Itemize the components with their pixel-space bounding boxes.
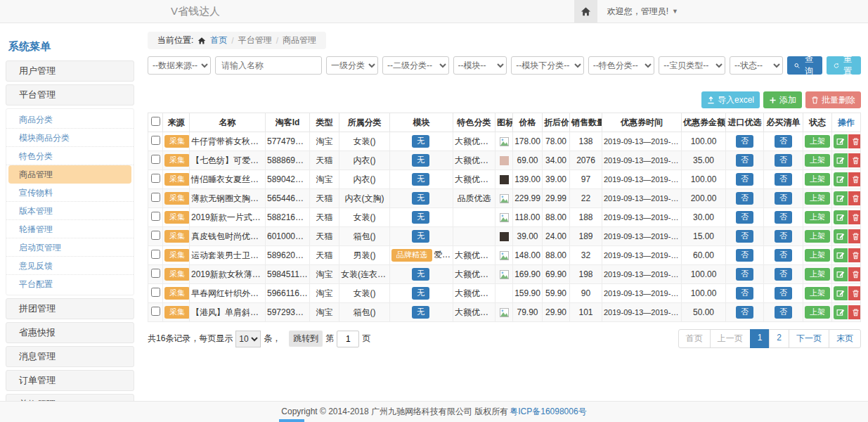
jump-button[interactable]: 跳转到 [289,331,323,347]
must-buy-toggle[interactable]: 否 [775,230,792,243]
batch-delete-button[interactable]: 批量删除 [805,91,861,108]
status-button[interactable]: 上架 [805,230,830,243]
import-select-toggle[interactable]: 否 [736,173,753,186]
sidebar-subitem[interactable]: 商品管理 [8,165,131,184]
sidebar-subitem[interactable]: 商品分类 [6,110,134,129]
sidebar-item[interactable]: 订单管理 [6,370,134,391]
page-button[interactable]: 末页 [829,329,861,348]
must-buy-toggle[interactable]: 否 [775,249,792,262]
row-checkbox[interactable] [151,269,160,278]
page-button[interactable]: 2 [769,329,789,348]
sidebar-item[interactable]: 省惠快报 [6,322,134,343]
edit-button[interactable] [834,172,848,186]
delete-button[interactable] [848,305,861,319]
edit-button[interactable] [834,191,848,205]
delete-button[interactable] [848,134,861,148]
breadcrumb-home-link[interactable]: 首页 [210,34,227,46]
status-button[interactable]: 上架 [805,173,830,186]
page-button[interactable]: 首页 [678,329,711,348]
edit-button[interactable] [834,153,848,167]
status-button[interactable]: 上架 [805,249,830,262]
import-select-toggle[interactable]: 否 [736,154,753,167]
edit-button[interactable] [834,229,848,243]
status-button[interactable]: 上架 [805,154,830,167]
name-search-input[interactable] [215,56,322,75]
edit-button[interactable] [834,305,848,319]
row-checkbox[interactable] [151,307,160,316]
data-source-select[interactable]: --数据来源-- [148,56,211,75]
sidebar-subitem[interactable]: 意见反馈 [6,257,134,275]
row-checkbox[interactable] [151,250,160,259]
filter-select[interactable]: --宝贝类型-- [659,56,725,75]
edit-button[interactable] [834,134,848,148]
sidebar-subitem[interactable]: 平台配置 [6,275,134,293]
delete-button[interactable] [848,153,861,167]
page-button[interactable]: 1 [750,329,770,348]
must-buy-toggle[interactable]: 否 [775,287,792,300]
edit-button[interactable] [834,210,848,224]
must-buy-toggle[interactable]: 否 [775,306,792,319]
status-button[interactable]: 上架 [805,306,830,319]
reset-button[interactable]: 重置 [827,56,861,75]
sidebar-subitem[interactable]: 模块商品分类 [6,129,134,147]
must-buy-toggle[interactable]: 否 [775,192,792,205]
filter-select[interactable]: --模块-- [453,56,507,75]
filter-select[interactable]: 一级分类 [326,56,378,75]
filter-select[interactable]: --二级分类-- [382,56,449,75]
edit-button[interactable] [834,286,848,300]
row-checkbox[interactable] [151,288,160,297]
import-select-toggle[interactable]: 否 [736,268,753,281]
import-excel-button[interactable]: 导入excel [701,91,760,108]
page-number-input[interactable] [337,331,359,347]
icp-link[interactable]: 粤ICP备16098006号 [510,406,586,418]
search-button[interactable]: 查询 [787,56,822,75]
sidebar-item[interactable]: 消息管理 [6,346,134,367]
sidebar-item[interactable]: 拼团管理 [6,298,134,319]
filter-select[interactable]: --特色分类-- [588,56,655,75]
delete-button[interactable] [848,191,861,205]
import-select-toggle[interactable]: 否 [736,230,753,243]
sidebar-item[interactable]: 平台管理 [6,84,134,106]
import-select-toggle[interactable]: 否 [736,135,753,148]
status-button[interactable]: 上架 [805,135,830,148]
row-checkbox[interactable] [151,136,160,145]
status-button[interactable]: 上架 [805,211,830,224]
home-button[interactable] [574,0,597,23]
delete-button[interactable] [848,248,861,262]
horizontal-scrollbar-thumb[interactable] [279,419,304,422]
page-button[interactable]: 上一页 [710,329,751,348]
delete-button[interactable] [848,172,861,186]
must-buy-toggle[interactable]: 否 [775,173,792,186]
status-button[interactable]: 上架 [805,287,830,300]
delete-button[interactable] [848,267,861,281]
sidebar-subitem[interactable]: 版本管理 [6,202,134,220]
sidebar-item[interactable]: 用户管理 [6,60,134,82]
row-checkbox[interactable] [151,212,160,221]
import-select-toggle[interactable]: 否 [736,306,753,319]
must-buy-toggle[interactable]: 否 [775,268,792,281]
delete-button[interactable] [848,286,861,300]
page-button[interactable]: 下一页 [789,329,829,348]
import-select-toggle[interactable]: 否 [736,249,753,262]
row-checkbox[interactable] [151,193,160,202]
sidebar-subitem[interactable]: 特色分类 [6,147,134,165]
must-buy-toggle[interactable]: 否 [775,211,792,224]
sidebar-subitem[interactable]: 启动页管理 [6,238,134,257]
sidebar-item[interactable]: 兑换管理 [6,394,134,401]
delete-button[interactable] [848,229,861,243]
per-page-select[interactable]: 10 [235,331,261,347]
status-button[interactable]: 上架 [805,268,830,281]
delete-button[interactable] [848,210,861,224]
filter-select[interactable]: --模块下分类-- [511,56,584,75]
filter-select[interactable]: --状态-- [730,56,784,75]
sidebar-subitem[interactable]: 宣传物料 [6,184,134,202]
row-checkbox[interactable] [151,174,160,183]
import-select-toggle[interactable]: 否 [736,211,753,224]
row-checkbox[interactable] [151,231,160,240]
sidebar-subitem[interactable]: 轮播管理 [6,220,134,238]
must-buy-toggle[interactable]: 否 [775,135,792,148]
row-checkbox[interactable] [151,155,160,164]
edit-button[interactable] [834,248,848,262]
user-menu[interactable]: 欢迎您，管理员! ▼ [597,6,868,18]
import-select-toggle[interactable]: 否 [736,192,753,205]
